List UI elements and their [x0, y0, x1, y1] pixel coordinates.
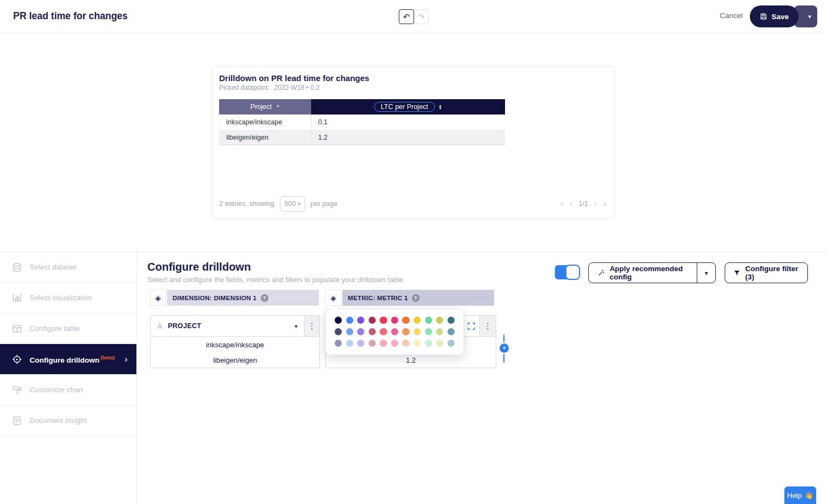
sidebar-item-configure-drilldown[interactable]: Configure drilldown(beta) ›: [0, 344, 136, 375]
color-swatch[interactable]: [436, 328, 443, 335]
color-swatch[interactable]: [402, 340, 409, 347]
save-icon: [760, 13, 767, 20]
top-header: PR lead time for changes ↶ ↷ Cancel ▾ Sa…: [0, 0, 826, 33]
color-swatch[interactable]: [448, 328, 455, 335]
chevron-down-icon: ▾: [705, 270, 708, 276]
sidebar-item-select-visualization[interactable]: Select visualization: [0, 283, 136, 313]
page-size-select[interactable]: 500 ▾: [280, 196, 305, 211]
color-picker-popup: [325, 309, 464, 355]
dimension-value-row: libeigen/eigen: [150, 352, 320, 368]
dimension-chip: DIMENSION: DIMENSION 1 ?: [167, 290, 319, 306]
add-metric-button[interactable]: +: [500, 343, 509, 353]
color-swatch[interactable]: [335, 328, 342, 335]
color-swatch[interactable]: [357, 317, 364, 324]
color-swatch[interactable]: [380, 328, 387, 335]
kebab-icon: ⋮: [484, 321, 492, 331]
undo-icon: ↶: [403, 12, 410, 22]
color-swatch[interactable]: [402, 328, 409, 335]
help-icon[interactable]: ?: [261, 294, 268, 302]
color-swatch[interactable]: [448, 317, 455, 324]
color-swatch[interactable]: [448, 340, 455, 347]
chevron-down-icon: ▾: [808, 13, 811, 20]
wave-icon: 👋: [805, 491, 813, 500]
color-swatch[interactable]: [346, 317, 353, 324]
color-swatch[interactable]: [425, 317, 432, 324]
app-window: PR lead time for changes ↶ ↷ Cancel ▾ Sa…: [0, 0, 826, 504]
dimension-color-button[interactable]: ◈: [150, 290, 166, 306]
configure-filter-button[interactable]: Configure filter (3): [725, 262, 808, 283]
color-palette: [335, 317, 455, 347]
last-page-icon[interactable]: »: [603, 199, 607, 208]
help-icon[interactable]: ?: [412, 294, 420, 302]
color-swatch[interactable]: [414, 328, 421, 335]
sidebar-item-select-dataset[interactable]: Select dataset: [0, 252, 136, 283]
text-type-icon: A: [157, 322, 162, 330]
undo-button[interactable]: ↶: [399, 9, 414, 24]
sidebar-item-document-insight[interactable]: Document insight: [0, 405, 136, 436]
table-row: inkscape/inkscape 0.1: [219, 114, 505, 130]
color-swatch[interactable]: [391, 328, 398, 335]
redo-button[interactable]: ↷: [414, 9, 429, 24]
sidebar-item-configure-table[interactable]: Configure table: [0, 313, 136, 344]
sort-icon: ▲ ▼: [439, 104, 442, 110]
filter-icon: [733, 269, 741, 277]
add-metric-line: [503, 354, 504, 363]
palette-row: [335, 328, 455, 335]
color-swatch[interactable]: [335, 317, 342, 324]
metric-chip: METRIC: METRIC 1 ?: [342, 290, 494, 306]
expand-metric-button[interactable]: [463, 315, 480, 337]
color-swatch[interactable]: [425, 328, 432, 335]
next-page-icon[interactable]: ›: [594, 199, 597, 208]
add-metric-line: [503, 335, 504, 342]
color-swatch[interactable]: [402, 317, 409, 324]
apply-recommended-config-button[interactable]: Apply recommended config: [588, 262, 697, 283]
color-swatch[interactable]: [346, 328, 353, 335]
table-row: libeigen/eigen 1.2: [219, 130, 505, 145]
first-page-icon[interactable]: «: [560, 199, 564, 208]
color-swatch[interactable]: [369, 328, 376, 335]
expand-icon: [467, 322, 475, 330]
color-swatch[interactable]: [380, 340, 387, 347]
dimension-field-select[interactable]: A PROJECT ▾: [150, 315, 305, 337]
color-swatch[interactable]: [346, 340, 353, 347]
config-subtitle: Select and configure the fields, metrics…: [147, 276, 405, 284]
chevron-down-icon: ▾: [298, 201, 301, 207]
drilldown-toggle[interactable]: [555, 265, 580, 280]
color-swatch[interactable]: [369, 340, 376, 347]
color-swatch[interactable]: [335, 340, 342, 347]
color-swatch[interactable]: [357, 340, 364, 347]
column-header-metric[interactable]: LTC per Project ▲ ▼: [311, 99, 505, 114]
prev-page-icon[interactable]: ‹: [570, 199, 572, 208]
diamond-icon: ◈: [155, 294, 161, 302]
table-header-row: Project ▲ LTC per Project ▲ ▼: [219, 99, 505, 114]
color-swatch[interactable]: [414, 340, 421, 347]
entries-text: 2 entries, showing: [219, 200, 274, 208]
color-swatch[interactable]: [414, 317, 421, 324]
sidebar: Select dataset Select visualization Conf…: [0, 252, 137, 504]
paint-roller-icon: [12, 385, 22, 395]
metric-menu-button[interactable]: ⋮: [480, 315, 496, 337]
color-swatch[interactable]: [436, 340, 443, 347]
cancel-button[interactable]: Cancel: [720, 12, 743, 20]
color-swatch[interactable]: [425, 340, 432, 347]
column-header-project[interactable]: Project ▲: [219, 99, 311, 114]
palette-row: [335, 317, 455, 324]
color-swatch[interactable]: [380, 317, 387, 324]
color-swatch[interactable]: [436, 317, 443, 324]
metric-color-button[interactable]: ◈: [325, 290, 341, 306]
dimension-menu-button[interactable]: ⋮: [305, 315, 320, 337]
sidebar-item-customize-chart[interactable]: Customize chart: [0, 375, 136, 405]
drilldown-preview-card: Drilldown on PR lead time for changes Pi…: [213, 67, 613, 217]
metric-pill: LTC per Project: [374, 102, 435, 112]
color-swatch[interactable]: [369, 317, 376, 324]
save-button[interactable]: Save: [750, 5, 799, 27]
color-swatch[interactable]: [357, 328, 364, 335]
color-swatch[interactable]: [391, 317, 398, 324]
chevron-right-icon: ›: [124, 354, 128, 365]
color-swatch[interactable]: [391, 340, 398, 347]
page-title: PR lead time for changes: [13, 10, 128, 22]
apply-config-dropdown-button[interactable]: ▾: [697, 262, 716, 283]
pagination-controls: « ‹ 1/1 › »: [560, 199, 607, 208]
palette-row: [335, 340, 455, 347]
help-button[interactable]: Help 👋: [784, 486, 816, 504]
